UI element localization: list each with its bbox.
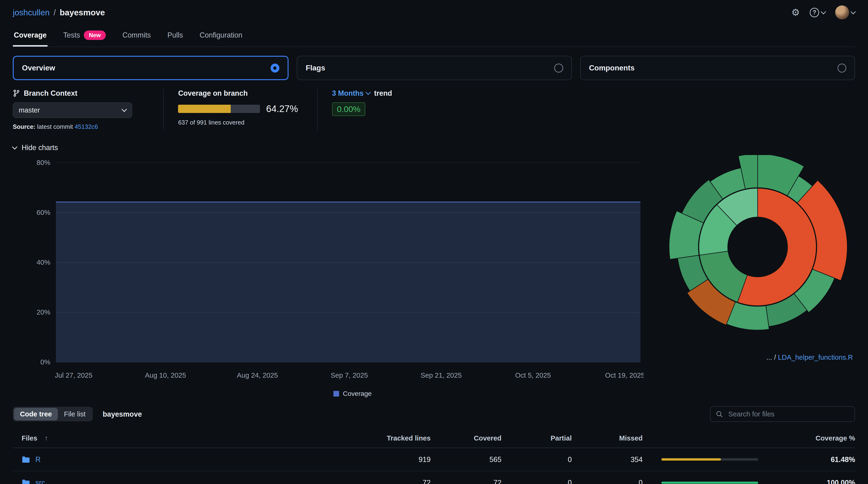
view-card-components-label: Components bbox=[589, 63, 634, 72]
legend-label: Coverage bbox=[343, 390, 372, 398]
branch-context-title: Branch Context bbox=[13, 89, 149, 97]
file-browser-bar: Code tree File list bayesmove bbox=[13, 406, 855, 422]
missed-value: 354 bbox=[572, 455, 643, 464]
chart-legend: Coverage bbox=[56, 390, 649, 398]
file-browser-left: Code tree File list bayesmove bbox=[13, 407, 142, 421]
table-row: src 72 72 0 0 100.00% bbox=[13, 471, 855, 484]
file-list-button[interactable]: File list bbox=[58, 408, 92, 421]
column-files[interactable]: Files ↑ bbox=[13, 434, 348, 442]
sunburst-file-link[interactable]: LDA_helper_functions.R bbox=[778, 353, 853, 361]
branch-context-block: Branch Context master Source: latest com… bbox=[13, 89, 163, 130]
column-tracked-lines[interactable]: Tracked lines bbox=[348, 434, 431, 442]
tab-coverage[interactable]: Coverage bbox=[13, 28, 48, 46]
svg-text:Aug 24, 2025: Aug 24, 2025 bbox=[237, 371, 278, 379]
commit-sha-link[interactable]: 45132c6 bbox=[74, 123, 98, 130]
chevron-down-icon bbox=[12, 144, 18, 150]
svg-text:20%: 20% bbox=[37, 308, 51, 316]
trend-block: 3 Months trend 0.00% bbox=[317, 89, 406, 130]
search-input[interactable] bbox=[727, 409, 850, 419]
view-card-components[interactable]: Components bbox=[580, 56, 855, 80]
legend-swatch bbox=[333, 391, 339, 396]
area-chart-svg: 0%20%40%60%80%Jul 27, 2025Aug 10, 2025Au… bbox=[13, 155, 644, 383]
folder-icon bbox=[22, 455, 30, 464]
radio-selected-icon[interactable] bbox=[271, 63, 280, 73]
table-row: R 919 565 0 354 61.48% bbox=[13, 448, 855, 471]
coverage-detail: 637 of 991 lines covered bbox=[178, 119, 303, 126]
partial-value: 0 bbox=[501, 455, 572, 464]
column-missed[interactable]: Missed bbox=[572, 434, 643, 442]
branch-source-line: Source: latest commit 45132c6 bbox=[13, 123, 149, 130]
tab-pulls-label: Pulls bbox=[167, 31, 183, 39]
settings-button[interactable]: ⚙ bbox=[791, 8, 800, 17]
column-covered[interactable]: Covered bbox=[431, 434, 501, 442]
hide-charts-toggle[interactable]: Hide charts bbox=[13, 143, 855, 152]
breadcrumb-owner-link[interactable]: joshcullen bbox=[13, 8, 50, 17]
breadcrumb-repo: bayesmove bbox=[60, 8, 105, 17]
search-icon bbox=[715, 410, 723, 418]
view-card-overview[interactable]: Overview bbox=[13, 56, 288, 80]
column-partial[interactable]: Partial bbox=[501, 434, 572, 442]
radio-icon[interactable] bbox=[838, 63, 846, 73]
sunburst-caption-prefix: ... / bbox=[767, 353, 776, 361]
covered-value: 565 bbox=[431, 455, 501, 464]
coverage-pct-value: 61.48% bbox=[760, 455, 855, 464]
repo-label: bayesmove bbox=[103, 410, 142, 418]
chevron-down-icon bbox=[122, 107, 127, 112]
file-search[interactable] bbox=[710, 406, 855, 422]
coverage-on-branch-block: Coverage on branch 64.27% 637 of 991 lin… bbox=[163, 89, 317, 130]
sunburst-caption: ... / LDA_helper_functions.R bbox=[767, 353, 855, 361]
column-coverage-pct[interactable]: Coverage % bbox=[760, 434, 855, 442]
hide-charts-label: Hide charts bbox=[22, 143, 58, 152]
coverage-on-branch-title: Coverage on branch bbox=[178, 89, 303, 97]
tab-pulls[interactable]: Pulls bbox=[166, 28, 184, 46]
tab-configuration[interactable]: Configuration bbox=[198, 28, 244, 46]
tracked-lines-value: 72 bbox=[348, 479, 431, 484]
svg-text:0%: 0% bbox=[40, 358, 50, 366]
view-card-flags[interactable]: Flags bbox=[297, 56, 572, 80]
svg-text:80%: 80% bbox=[37, 159, 51, 167]
tab-commits[interactable]: Commits bbox=[121, 28, 152, 46]
tab-commits-label: Commits bbox=[122, 31, 151, 39]
charts-section: 0%20%40%60%80%Jul 27, 2025Aug 10, 2025Au… bbox=[13, 155, 855, 397]
tab-tests[interactable]: Tests New bbox=[62, 27, 107, 47]
view-card-overview-label: Overview bbox=[22, 63, 55, 72]
folder-link[interactable]: R bbox=[35, 455, 41, 464]
row-bar-track bbox=[661, 482, 758, 484]
svg-text:Oct 5, 2025: Oct 5, 2025 bbox=[515, 371, 551, 379]
svg-text:40%: 40% bbox=[37, 258, 51, 266]
branch-dropdown[interactable]: master bbox=[13, 102, 132, 118]
partial-value: 0 bbox=[501, 479, 572, 484]
page: joshcullen / bayesmove ⚙ ? Coverage Test… bbox=[0, 0, 868, 484]
coverage-percent: 64.27% bbox=[266, 104, 298, 114]
header-actions: ⚙ ? bbox=[791, 5, 855, 19]
row-bar-fill bbox=[661, 482, 758, 484]
folder-cell: src bbox=[13, 479, 348, 484]
top-bar: joshcullen / bayesmove ⚙ ? bbox=[13, 0, 855, 19]
sunburst-chart[interactable] bbox=[663, 155, 852, 343]
code-tree-button[interactable]: Code tree bbox=[14, 408, 58, 421]
coverage-pct-value: 100.00% bbox=[760, 479, 855, 484]
trend-period-value: 3 Months bbox=[332, 89, 364, 97]
radio-icon[interactable] bbox=[554, 63, 563, 73]
column-files-label: Files bbox=[22, 434, 37, 442]
summary-row: Branch Context master Source: latest com… bbox=[13, 89, 855, 130]
svg-text:Jul 27, 2025: Jul 27, 2025 bbox=[55, 371, 93, 379]
breadcrumb: joshcullen / bayesmove bbox=[13, 8, 105, 17]
svg-text:Sep 21, 2025: Sep 21, 2025 bbox=[421, 371, 462, 379]
help-menu-button[interactable]: ? bbox=[810, 8, 825, 17]
branch-context-title-text: Branch Context bbox=[24, 89, 78, 97]
git-branch-icon bbox=[13, 89, 20, 97]
row-bar-track bbox=[661, 458, 758, 460]
help-icon: ? bbox=[810, 8, 819, 17]
repo-tabs: Coverage Tests New Commits Pulls Configu… bbox=[13, 27, 855, 47]
trend-period-dropdown[interactable]: 3 Months bbox=[332, 89, 370, 97]
folder-link[interactable]: src bbox=[35, 479, 45, 484]
folder-cell: R bbox=[13, 455, 348, 464]
tab-tests-label: Tests bbox=[63, 31, 80, 39]
chevron-down-icon bbox=[366, 90, 371, 95]
branch-dropdown-value: master bbox=[19, 106, 40, 114]
user-menu-button[interactable] bbox=[835, 5, 855, 19]
row-bar-fill bbox=[661, 458, 721, 460]
new-badge: New bbox=[84, 30, 106, 40]
avatar bbox=[835, 5, 849, 19]
